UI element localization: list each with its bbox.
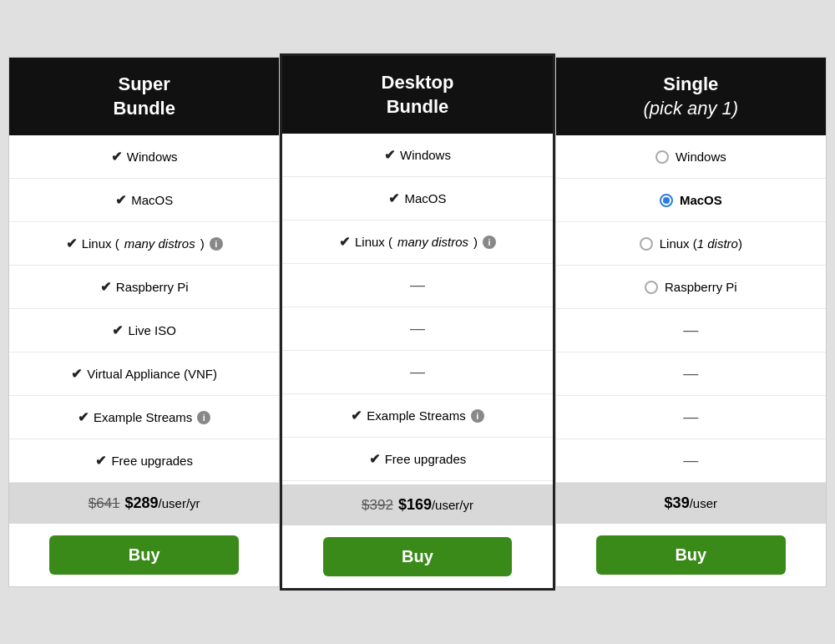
discounted-price: $169 — [398, 496, 432, 513]
plan-features-desktop-bundle: ✔ Windows✔ MacOS✔ Linux (many distros) i… — [282, 134, 552, 484]
plan-buy-desktop-bundle: Buy — [282, 525, 552, 588]
price-per: /user/yr — [159, 496, 200, 510]
pricing-table: SuperBundle✔ Windows✔ MacOS✔ Linux (many… — [8, 57, 827, 587]
discounted-price: $39 — [665, 494, 690, 511]
checkmark-icon: ✔ — [369, 451, 380, 467]
radio-row[interactable]: Raspberry Pi — [645, 280, 737, 294]
original-price: $641 — [89, 495, 120, 511]
dash-icon: — — [683, 322, 698, 339]
info-icon[interactable]: i — [483, 236, 496, 249]
buy-button-desktop-bundle[interactable]: Buy — [323, 537, 513, 576]
feature-row-4: — — [556, 309, 826, 352]
plan-buy-super-bundle: Buy — [9, 524, 279, 586]
checkmark-icon: ✔ — [388, 190, 399, 206]
info-icon[interactable]: i — [197, 411, 210, 424]
buy-button-single[interactable]: Buy — [596, 535, 786, 575]
radio-button[interactable] — [645, 281, 658, 294]
radio-button[interactable] — [640, 237, 653, 251]
plan-header-super-bundle: SuperBundle — [9, 58, 279, 135]
radio-button[interactable] — [655, 150, 669, 164]
price-per: /user — [690, 496, 717, 510]
radio-label: MacOS — [680, 193, 722, 207]
plan-header-single: Single(pick any 1) — [556, 58, 826, 135]
feature-row-6: ✔ Example Streams i — [282, 394, 552, 438]
feature-row-3: Raspberry Pi — [556, 266, 826, 309]
dash-icon: — — [410, 363, 425, 381]
radio-row[interactable]: Linux (1 distro) — [640, 236, 742, 251]
feature-row-6: ✔ Example Streams i — [9, 396, 279, 439]
plan-price-super-bundle: $641$289/user/yr — [9, 483, 279, 524]
original-price: $392 — [362, 497, 393, 513]
dash-icon: — — [683, 365, 698, 383]
feature-row-0: ✔ Windows — [282, 134, 552, 177]
radio-label: Windows — [676, 150, 726, 164]
radio-row[interactable]: Windows — [655, 150, 726, 164]
dash-icon: — — [683, 452, 698, 469]
price-per: /user/yr — [432, 498, 473, 512]
feature-row-2: Linux (1 distro) — [556, 222, 826, 266]
checkmark-icon: ✔ — [384, 147, 395, 163]
radio-label: Raspberry Pi — [665, 280, 737, 294]
checkmark-icon: ✔ — [78, 409, 89, 425]
plan-features-single: WindowsMacOSLinux (1 distro)Raspberry Pi… — [556, 135, 826, 483]
feature-row-4: — — [282, 307, 552, 351]
feature-row-1: ✔ MacOS — [282, 177, 552, 221]
dash-icon: — — [410, 276, 425, 294]
checkmark-icon: ✔ — [100, 279, 111, 295]
dash-icon: — — [683, 408, 698, 426]
feature-row-7: — — [556, 439, 826, 483]
feature-row-1: MacOS — [556, 179, 826, 222]
checkmark-icon: ✔ — [351, 408, 362, 423]
plan-buy-single: Buy — [556, 524, 826, 586]
feature-row-2: ✔ Linux (many distros) i — [282, 221, 552, 264]
checkmark-icon: ✔ — [112, 322, 123, 338]
discounted-price: $289 — [125, 494, 159, 511]
buy-button-super-bundle[interactable]: Buy — [49, 535, 239, 575]
info-icon[interactable]: i — [210, 237, 223, 251]
plan-super-bundle: SuperBundle✔ Windows✔ MacOS✔ Linux (many… — [8, 57, 280, 587]
feature-row-0: ✔ Windows — [9, 135, 279, 179]
radio-row[interactable]: MacOS — [660, 193, 722, 207]
checkmark-icon: ✔ — [339, 234, 350, 250]
plan-header-desktop-bundle: DesktopBundle — [282, 56, 552, 134]
feature-row-6: — — [556, 396, 826, 439]
checkmark-icon: ✔ — [66, 236, 77, 251]
radio-label: Linux (1 distro) — [660, 236, 742, 251]
checkmark-icon: ✔ — [95, 453, 106, 469]
plan-features-super-bundle: ✔ Windows✔ MacOS✔ Linux (many distros) i… — [9, 135, 279, 483]
feature-row-7: ✔ Free upgrades — [282, 438, 552, 481]
checkmark-icon: ✔ — [111, 149, 122, 165]
plan-single: Single(pick any 1)WindowsMacOSLinux (1 d… — [555, 57, 827, 587]
plan-price-desktop-bundle: $392$169/user/yr — [282, 484, 552, 525]
feature-row-3: ✔ Raspberry Pi — [9, 266, 279, 309]
info-icon[interactable]: i — [471, 409, 484, 423]
feature-row-3: — — [282, 264, 552, 307]
feature-row-5: ✔ Virtual Appliance (VNF) — [9, 352, 279, 396]
dash-icon: — — [410, 320, 425, 337]
feature-row-7: ✔ Free upgrades — [9, 439, 279, 483]
radio-button[interactable] — [660, 194, 673, 207]
plan-price-single: $39/user — [556, 483, 826, 524]
plan-desktop-bundle: DesktopBundle✔ Windows✔ MacOS✔ Linux (ma… — [280, 53, 554, 591]
checkmark-icon: ✔ — [115, 192, 126, 208]
feature-row-2: ✔ Linux (many distros) i — [9, 222, 279, 266]
feature-row-1: ✔ MacOS — [9, 179, 279, 222]
checkmark-icon: ✔ — [71, 366, 82, 382]
feature-row-5: — — [556, 352, 826, 396]
feature-row-4: ✔ Live ISO — [9, 309, 279, 352]
feature-row-5: — — [282, 351, 552, 394]
feature-row-0: Windows — [556, 135, 826, 179]
